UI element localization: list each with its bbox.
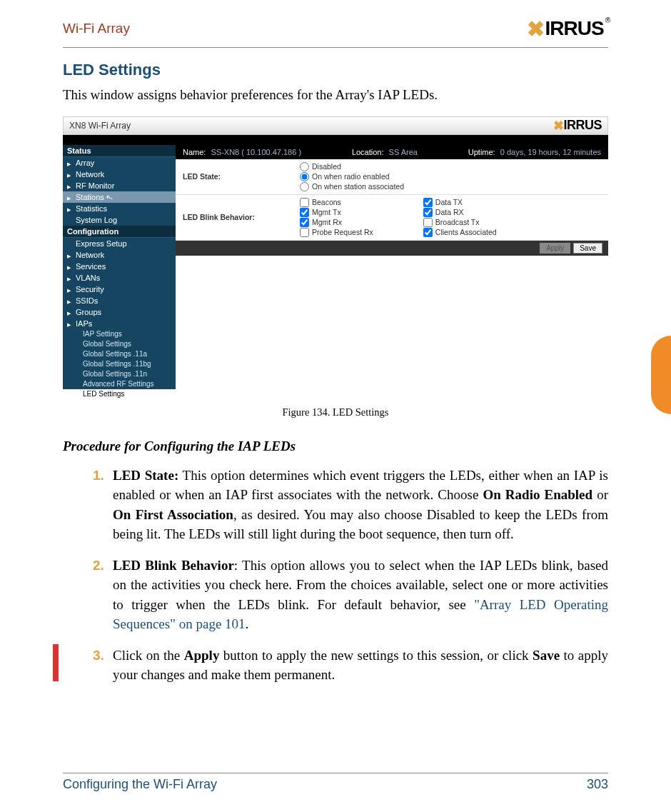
chk-clients-assoc[interactable]: Clients Associated xyxy=(423,228,497,237)
nav-sub-global[interactable]: Global Settings xyxy=(63,339,176,349)
nav-item-iaps[interactable]: IAPs xyxy=(63,318,176,329)
nav-item-array[interactable]: Array xyxy=(63,157,176,169)
status-loc-value: SS Area xyxy=(389,148,418,156)
header-rule xyxy=(63,47,608,48)
status-name-value: SS-XN8 ( 10.100.47.186 ) xyxy=(211,148,301,156)
chk-mgmt-tx[interactable]: Mgmt Tx xyxy=(300,208,373,217)
nav-item-ssids[interactable]: SSIDs xyxy=(63,295,176,306)
section-intro: This window assigns behavior preferences… xyxy=(63,85,608,105)
step-2-number: 2. xyxy=(93,556,104,576)
chk-data-tx[interactable]: Data TX xyxy=(423,198,497,207)
section-heading: LED Settings xyxy=(63,61,608,79)
nav-item-express-setup[interactable]: Express Setup xyxy=(63,238,176,249)
change-bar-icon xyxy=(53,644,59,681)
nav-section-status: Status xyxy=(63,145,176,157)
chk-probe-rx[interactable]: Probe Request Rx xyxy=(300,228,373,237)
led-blink-label: LED Blink Behavior: xyxy=(176,194,296,240)
nav-item-security[interactable]: Security xyxy=(63,284,176,295)
nav-section-config: Configuration xyxy=(63,226,176,238)
step-1-number: 1. xyxy=(93,466,104,486)
nav-item-network[interactable]: Network xyxy=(63,169,176,180)
nav-sub-led-settings[interactable]: LED Settings xyxy=(63,389,176,399)
brand-logo: ✖ IRRUS® xyxy=(527,16,609,41)
radio-on-station-assoc[interactable]: On when station associated xyxy=(300,182,604,191)
step-3-number: 3. xyxy=(93,646,104,666)
step-2: 2. LED Blink Behavior: This option allow… xyxy=(93,556,608,634)
nav-sub-iap-settings[interactable]: IAP Settings xyxy=(63,329,176,339)
section-tab-icon xyxy=(651,336,671,414)
page-number: 303 xyxy=(587,777,608,792)
nav-sub-11a[interactable]: Global Settings .11a xyxy=(63,349,176,359)
nav-item-vlans[interactable]: VLANs xyxy=(63,272,176,284)
nav-sub-11n[interactable]: Global Settings .11n xyxy=(63,369,176,379)
status-name-label: Name: xyxy=(183,148,206,156)
nav-item-statistics[interactable]: Statistics xyxy=(63,203,176,214)
chk-beacons[interactable]: Beacons xyxy=(300,198,373,207)
nav-item-services[interactable]: Services xyxy=(63,261,176,272)
nav-sub-11bg[interactable]: Global Settings .11bg xyxy=(63,359,176,369)
chk-data-rx[interactable]: Data RX xyxy=(423,208,497,217)
led-state-label: LED State: xyxy=(176,159,296,195)
device-name: XN8 Wi-Fi Array xyxy=(69,121,131,131)
footer-section-title: Configuring the Wi-Fi Array xyxy=(63,777,217,792)
status-loc-label: Location: xyxy=(352,148,384,156)
nav-sidebar[interactable]: Status Array Network RF Monitor Stations… xyxy=(63,145,176,399)
radio-disabled[interactable]: Disabled xyxy=(300,162,604,171)
brand-text: IRRUS xyxy=(545,17,604,40)
nav-sub-adv-rf[interactable]: Advanced RF Settings xyxy=(63,379,176,389)
nav-item-rf-monitor[interactable]: RF Monitor xyxy=(63,180,176,191)
status-uptime-value: 0 days, 19 hours, 12 minutes xyxy=(500,148,601,156)
figure-caption: Figure 134. LED Settings xyxy=(63,406,608,418)
footer-rule xyxy=(63,773,608,773)
step-3: 3. Click on the Apply button to apply th… xyxy=(93,646,608,685)
chk-broadcast-tx[interactable]: Broadcast Tx xyxy=(423,218,497,227)
nav-item-system-log[interactable]: System Log xyxy=(63,214,176,226)
radio-on-radio-enabled[interactable]: On when radio enabled xyxy=(300,172,604,181)
cursor-icon: ↖ xyxy=(104,191,114,204)
step-1: 1. LED State: This option determines whi… xyxy=(93,466,608,544)
status-uptime-label: Uptime: xyxy=(468,148,495,156)
nav-item-stations[interactable]: Stations↖ xyxy=(63,191,176,203)
screenshot-panel: XN8 Wi-Fi Array ✖IRRUS Status Array Netw… xyxy=(63,116,608,399)
chk-mgmt-rx[interactable]: Mgmt Rx xyxy=(300,218,373,227)
nav-item-network-cfg[interactable]: Network xyxy=(63,249,176,261)
device-brand-logo: ✖IRRUS xyxy=(553,118,602,134)
procedure-heading: Procedure for Configuring the IAP LEDs xyxy=(63,438,608,454)
page-header-title: Wi-Fi Array xyxy=(63,21,130,36)
nav-item-groups[interactable]: Groups xyxy=(63,306,176,318)
apply-button[interactable]: Apply xyxy=(540,243,570,254)
save-button[interactable]: Save xyxy=(573,243,602,254)
brand-x-icon: ✖ xyxy=(527,16,544,41)
